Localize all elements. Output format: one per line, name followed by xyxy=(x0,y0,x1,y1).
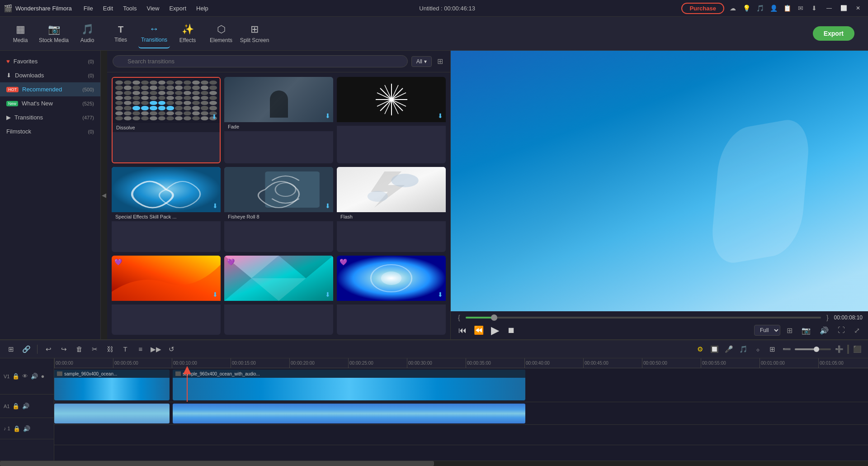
menu-tools[interactable]: Tools xyxy=(118,3,141,14)
transition-teal-geo[interactable]: 💜 ⬇ xyxy=(224,256,333,335)
menu-edit[interactable]: Edit xyxy=(99,3,118,14)
menu-file[interactable]: File xyxy=(79,3,98,14)
transition-radial[interactable]: ⬇ xyxy=(337,77,446,163)
toolbar-audio[interactable]: 🎵 Audio xyxy=(71,19,103,48)
toolbar-stock-media[interactable]: 📷 Stock Media xyxy=(38,19,70,48)
sidebar-item-filmstock[interactable]: Filmstock (0) xyxy=(0,124,100,138)
toolbar-effects[interactable]: ✨ Effects xyxy=(172,19,203,48)
toolbar-elements[interactable]: ⬡ Elements xyxy=(205,19,237,48)
quality-select[interactable]: Full 1/2 1/4 xyxy=(754,325,780,336)
menu-view[interactable]: View xyxy=(142,3,164,14)
transition-swirl[interactable]: ⬇ Special Effects Skill Pack ... xyxy=(112,167,221,252)
sidebar-collapse-button[interactable]: ◀ xyxy=(101,51,107,339)
sidebar-item-downloads[interactable]: ⬇ Downloads (0) xyxy=(0,68,100,82)
maximize-button[interactable]: ⬜ xyxy=(837,3,850,13)
delete-button[interactable]: 🗑 xyxy=(73,343,85,356)
transition-fisheye[interactable]: ⬇ Fisheye Roll 8 xyxy=(224,167,333,252)
zoom-slider[interactable] xyxy=(795,348,831,350)
sidebar-item-favorites[interactable]: ♥ Favorites (0) xyxy=(0,54,100,68)
user-icon[interactable]: 👤 xyxy=(769,3,778,13)
export-button[interactable]: Export xyxy=(813,26,854,41)
stop-button[interactable]: ⏹ xyxy=(505,324,518,337)
transition-blue-burst[interactable]: 💜 ⬇ xyxy=(337,256,446,335)
effects-label: Effects xyxy=(179,37,196,43)
title-bar: 🎬 Wondershare Filmora File Edit Tools Vi… xyxy=(0,0,868,17)
music-track-lock-icon[interactable]: 🔒 xyxy=(13,425,20,432)
purchase-button[interactable]: Purchase xyxy=(681,3,724,14)
text-button[interactable]: T xyxy=(119,343,132,356)
audio-track-volume-icon[interactable]: 🔊 xyxy=(22,403,29,409)
timeline-add-track-button[interactable]: ⊞ xyxy=(5,343,17,356)
mail-icon[interactable]: ✉ xyxy=(796,3,806,13)
search-input[interactable] xyxy=(113,55,408,67)
video-clip-1[interactable]: sample_960x400_ocean... xyxy=(54,370,170,400)
headphones-icon[interactable]: 🎵 xyxy=(755,3,765,13)
undo-button[interactable]: ↩ xyxy=(42,343,55,356)
play-button[interactable]: ▶ xyxy=(489,324,501,337)
menu-help[interactable]: Help xyxy=(192,3,213,14)
music-track-label: ♪ 1 🔒 🔊 xyxy=(0,418,54,439)
download-icon[interactable]: ⬇ xyxy=(809,3,819,13)
scrollbar-thumb[interactable] xyxy=(0,461,434,466)
rewind-button[interactable]: ⏮ xyxy=(456,324,469,337)
color-grading-icon[interactable]: ⚙ xyxy=(693,343,706,356)
transition-fade[interactable]: ⬇ Fade xyxy=(224,77,333,163)
audio-clip-1[interactable] xyxy=(54,404,170,423)
video-track-audio-icon[interactable]: 🔊 xyxy=(31,373,38,380)
menu-export[interactable]: Export xyxy=(165,3,191,14)
toolbar-split-screen[interactable]: ⊞ Split Screen xyxy=(239,19,270,48)
sidebar-item-recommended[interactable]: HOT Recommended (500) xyxy=(0,82,100,96)
transition-fire[interactable]: 💜 ⬇ xyxy=(112,256,221,335)
progress-bar[interactable] xyxy=(466,317,821,319)
speed-button[interactable]: ▶▶ xyxy=(150,343,162,356)
toolbar-titles[interactable]: T Titles xyxy=(105,19,137,48)
close-button[interactable]: ✕ xyxy=(852,3,864,13)
sidebar-item-transitions[interactable]: ▶ Transitions (477) xyxy=(0,110,100,124)
redo-button[interactable]: ↪ xyxy=(57,343,70,356)
minimize-button[interactable]: — xyxy=(823,3,835,13)
fullscreen-icon[interactable]: ⛶ xyxy=(835,325,848,335)
zoom-out-icon[interactable]: ➖ xyxy=(780,343,793,356)
volume-icon[interactable]: 🔊 xyxy=(817,325,831,336)
fit-screen-icon[interactable]: ⊞ xyxy=(784,325,795,336)
cut-button[interactable]: ✂ xyxy=(88,343,101,356)
video-track-visible-icon[interactable]: ● xyxy=(41,373,44,380)
music-track-volume-icon[interactable]: 🔊 xyxy=(23,425,30,432)
toolbar-media[interactable]: ▦ Media xyxy=(5,19,36,48)
cloud-icon[interactable]: ☁ xyxy=(728,3,738,13)
audio-adjust-button[interactable]: ≡ xyxy=(134,343,147,356)
audio-clip-2[interactable] xyxy=(173,404,525,423)
filter-value: All xyxy=(416,58,422,65)
transition-dissolve[interactable]: ⬇ Dissolve xyxy=(112,77,221,163)
track-height-icon[interactable]: ⬛ xyxy=(851,343,863,356)
sun-icon[interactable]: 💡 xyxy=(741,3,751,13)
play-backward-button[interactable]: ⏪ xyxy=(472,324,485,337)
timeline-scrollbar[interactable] xyxy=(0,461,868,466)
clipboard-icon[interactable]: 📋 xyxy=(782,3,792,13)
rotate-button[interactable]: ↺ xyxy=(165,343,178,356)
split-icon[interactable]: ⬦ xyxy=(751,343,764,356)
audio-icon-tl[interactable]: 🎵 xyxy=(737,343,750,356)
transition-flash[interactable]: Flash xyxy=(337,167,446,252)
video-track-eye-icon[interactable]: 👁 xyxy=(22,373,28,380)
playhead[interactable] xyxy=(187,368,188,402)
mark-out-button[interactable]: } xyxy=(825,314,830,321)
more-options-icon[interactable]: ⤢ xyxy=(851,325,863,336)
zoom-in-icon[interactable]: ➕ xyxy=(833,343,845,356)
filter-dropdown[interactable]: All ▾ xyxy=(411,56,432,67)
snapshot-icon[interactable]: 📷 xyxy=(799,325,813,336)
timeline-link-icon[interactable]: 🔗 xyxy=(20,343,33,356)
sidebar-item-whats-new[interactable]: New What's New (525) xyxy=(0,96,100,110)
radial-label xyxy=(337,122,446,126)
chain-button[interactable]: ⛓ xyxy=(104,343,116,356)
timeline-tracks-label: V1 🔒 👁 🔊 ● A1 🔒 🔊 ♪ 1 🔒 🔊 xyxy=(0,358,54,461)
mark-in-button[interactable]: { xyxy=(456,314,462,321)
toolbar-transitions[interactable]: ↔ Transitions xyxy=(138,19,170,48)
audio-track-lock-icon[interactable]: 🔒 xyxy=(12,403,19,409)
grid-view-toggle[interactable]: ⊞ xyxy=(435,55,445,67)
video-clip-2[interactable]: sample_960x400_ocean_with_audio... xyxy=(173,370,525,400)
crop-icon[interactable]: ⊞ xyxy=(766,343,778,356)
mask-icon[interactable]: 🔲 xyxy=(708,343,721,356)
mic-icon[interactable]: 🎤 xyxy=(722,343,735,356)
video-track-lock-icon[interactable]: 🔒 xyxy=(12,373,19,380)
